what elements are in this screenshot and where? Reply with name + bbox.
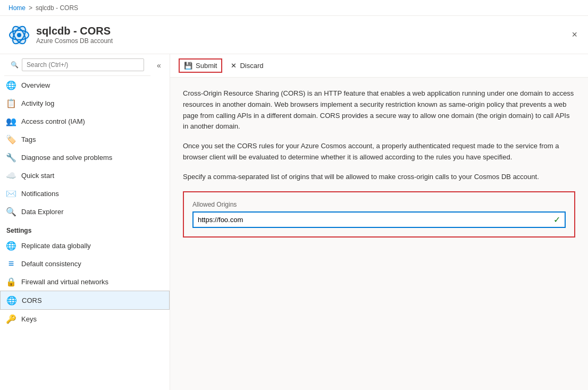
search-icon: 🔍	[11, 61, 19, 69]
activity-log-icon: 📋	[6, 98, 16, 108]
discard-label: Discard	[240, 62, 263, 70]
sidebar-item-access-control[interactable]: 👥 Access control (IAM)	[0, 112, 170, 130]
sidebar-item-quick-start[interactable]: ☁️ Quick start	[0, 166, 170, 184]
content-area: 💾 Submit ✕ Discard Cross-Origin Resource…	[170, 54, 588, 390]
allowed-origins-input-row: ✓	[192, 211, 566, 228]
main-area: 🔍 « 🌐 Overview 📋 Activity log	[0, 54, 588, 390]
sidebar-item-replicate[interactable]: 🌐 Replicate data globally	[0, 236, 170, 255]
breadcrumb: Home > sqlcdb - CORS	[0, 0, 588, 16]
search-row: 🔍 «	[0, 54, 170, 76]
page-subtitle: Azure Cosmos DB account	[36, 37, 113, 45]
overview-icon: 🌐	[6, 80, 16, 90]
content-body: Cross-Origin Resource Sharing (CORS) is …	[170, 78, 588, 248]
discard-icon: ✕	[231, 62, 237, 70]
close-button[interactable]: ×	[569, 27, 579, 43]
sidebar-item-activity-log[interactable]: 📋 Activity log	[0, 94, 170, 112]
discard-button[interactable]: ✕ Discard	[226, 60, 267, 72]
sidebar-item-label-notifications: Notifications	[21, 190, 59, 198]
sidebar-item-label-access-control: Access control (IAM)	[21, 117, 85, 125]
breadcrumb-home[interactable]: Home	[9, 4, 26, 12]
sidebar-item-cors[interactable]: 🌐 CORS	[0, 291, 170, 310]
page-header: sqlcdb - CORS Azure Cosmos DB account ×	[0, 16, 588, 54]
sidebar-item-label-overview: Overview	[21, 81, 50, 89]
data-explorer-icon: 🔍	[6, 207, 16, 216]
sidebar-item-label-firewall: Firewall and virtual networks	[21, 278, 108, 286]
sidebar-item-data-explorer[interactable]: 🔍 Data Explorer	[0, 202, 170, 221]
sidebar-item-label-activity-log: Activity log	[21, 99, 54, 107]
replicate-icon: 🌐	[6, 241, 16, 250]
svg-point-4	[17, 33, 21, 37]
description-1: Cross-Origin Resource Sharing (CORS) is …	[183, 88, 575, 132]
diagnose-icon: 🔧	[6, 152, 16, 162]
breadcrumb-separator: >	[29, 4, 32, 12]
search-box: 🔍	[4, 54, 150, 76]
sidebar: 🔍 « 🌐 Overview 📋 Activity log	[0, 54, 170, 390]
sidebar-item-label-cors: CORS	[22, 296, 42, 304]
toolbar: 💾 Submit ✕ Discard	[170, 54, 588, 78]
description-3: Specify a comma-separated list of origin…	[183, 172, 575, 183]
cors-icon: 🌐	[7, 295, 16, 305]
sidebar-item-default-consistency[interactable]: ≡ Default consistency	[0, 255, 170, 273]
allowed-origins-input[interactable]	[194, 213, 549, 227]
sidebar-item-label-diagnose: Diagnose and solve problems	[21, 154, 112, 162]
sidebar-item-label-keys: Keys	[21, 315, 37, 323]
sidebar-item-notifications[interactable]: ✉️ Notifications	[0, 184, 170, 202]
sidebar-item-keys[interactable]: 🔑 Keys	[0, 310, 170, 328]
breadcrumb-current: sqlcdb - CORS	[36, 4, 78, 12]
collapse-sidebar-button[interactable]: «	[153, 59, 165, 72]
default-consistency-icon: ≡	[6, 259, 16, 268]
keys-icon: 🔑	[6, 314, 16, 324]
header-left: sqlcdb - CORS Azure Cosmos DB account	[9, 24, 113, 46]
firewall-icon: 🔒	[6, 277, 16, 286]
notifications-icon: ✉️	[6, 189, 16, 198]
submit-button[interactable]: 💾 Submit	[179, 58, 222, 73]
sidebar-item-label-tags: Tags	[21, 135, 36, 143]
sidebar-nav: 🌐 Overview 📋 Activity log 👥 Access contr…	[0, 76, 170, 390]
sidebar-item-firewall[interactable]: 🔒 Firewall and virtual networks	[0, 273, 170, 291]
access-control-icon: 👥	[6, 116, 16, 126]
sidebar-item-label-replicate: Replicate data globally	[21, 242, 91, 250]
settings-section-label: Settings	[0, 221, 170, 236]
sidebar-item-overview[interactable]: 🌐 Overview	[0, 76, 170, 94]
cosmos-db-icon	[9, 24, 30, 46]
app-shell: Home > sqlcdb - CORS sqlcdb - CORS Azure…	[0, 0, 588, 390]
header-title-group: sqlcdb - CORS Azure Cosmos DB account	[36, 25, 113, 45]
sidebar-item-tags[interactable]: 🏷️ Tags	[0, 130, 170, 148]
cors-form-section: Allowed Origins ✓	[183, 191, 575, 238]
page-title: sqlcdb - CORS	[36, 25, 113, 37]
input-valid-icon: ✓	[549, 215, 565, 225]
tags-icon: 🏷️	[6, 134, 16, 144]
sidebar-item-label-quick-start: Quick start	[21, 172, 54, 180]
submit-label: Submit	[196, 62, 217, 70]
sidebar-item-label-data-explorer: Data Explorer	[21, 208, 63, 216]
sidebar-item-label-default-consistency: Default consistency	[21, 260, 81, 268]
allowed-origins-label: Allowed Origins	[192, 201, 566, 208]
search-input[interactable]	[22, 58, 144, 71]
submit-icon: 💾	[184, 62, 192, 70]
nav-list: 🌐 Overview 📋 Activity log 👥 Access contr…	[0, 76, 170, 328]
sidebar-item-diagnose[interactable]: 🔧 Diagnose and solve problems	[0, 148, 170, 166]
description-2: Once you set the CORS rules for your Azu…	[183, 141, 575, 163]
quick-start-icon: ☁️	[6, 171, 16, 180]
